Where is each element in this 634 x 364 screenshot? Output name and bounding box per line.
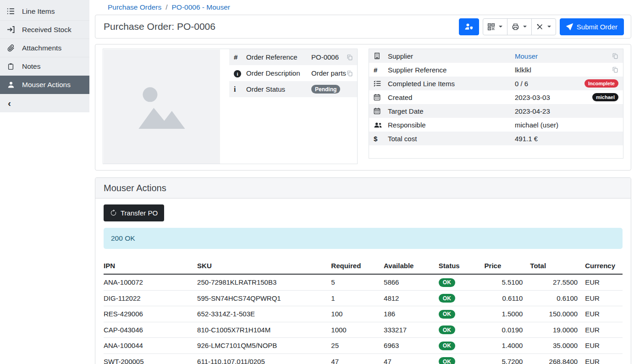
currency-cell: EUR bbox=[585, 306, 623, 322]
detail-row-supplier-reference: # Supplier Reference lklklkl bbox=[369, 63, 623, 77]
sku-cell: 926-LMC7101QM5/NOPB bbox=[197, 338, 331, 354]
building-icon bbox=[374, 52, 388, 60]
image-placeholder-icon bbox=[132, 77, 191, 136]
detail-label: Target Date bbox=[388, 107, 515, 115]
copy-icon[interactable] bbox=[612, 66, 618, 73]
detail-label: Supplier Reference bbox=[388, 66, 515, 74]
sign-in-icon bbox=[6, 26, 15, 33]
breadcrumb: Purchase Orders / PO-0006 - Mouser bbox=[89, 0, 634, 15]
order-image-placeholder[interactable] bbox=[104, 50, 220, 164]
order-actions-button[interactable] bbox=[531, 18, 556, 35]
submit-order-button[interactable]: Submit Order bbox=[560, 18, 624, 35]
order-status-badge: Pending bbox=[311, 85, 340, 94]
user-badge: michael bbox=[592, 93, 618, 101]
available-cell: 5866 bbox=[384, 274, 439, 290]
currency-cell: EUR bbox=[585, 290, 623, 306]
status-ok-badge: OK bbox=[439, 342, 455, 350]
detail-label: Order Status bbox=[246, 85, 311, 93]
supplier-link[interactable]: Mouser bbox=[515, 52, 538, 60]
sidebar-item-label: Line Items bbox=[22, 7, 55, 16]
status-ok-badge: OK bbox=[439, 310, 455, 319]
total-cell: 150.0000 bbox=[530, 306, 585, 322]
clipboard-icon bbox=[6, 63, 15, 70]
ipn-cell: ANA-100072 bbox=[104, 274, 197, 290]
sidebar-item-mouser-actions[interactable]: Mouser Actions bbox=[0, 76, 89, 94]
sidebar-item-attachments[interactable]: Attachments bbox=[0, 39, 89, 57]
transfer-po-label: Transfer PO bbox=[121, 209, 158, 217]
col-header-ipn: IPN bbox=[104, 259, 197, 274]
currency-cell: EUR bbox=[585, 338, 623, 354]
price-cell: 0.0190 bbox=[485, 322, 530, 338]
sidebar-item-received-stock[interactable]: Received Stock bbox=[0, 21, 89, 39]
supplier-detail-table: Supplier Mouser # Supplier Reference lkl… bbox=[369, 49, 623, 159]
detail-row-order-description: i Order Description Order parts bbox=[229, 65, 357, 81]
transfer-po-button[interactable]: Transfer PO bbox=[104, 204, 164, 221]
sku-cell: 250-72981KLRATR150B3 bbox=[197, 274, 331, 290]
paper-plane-icon bbox=[566, 23, 573, 30]
ipn-cell: DIG-112022 bbox=[104, 290, 197, 306]
total-cell: 27.5500 bbox=[530, 274, 585, 290]
line-item-row: SWT-200005 611-110.107.011/0205 47 47 OK… bbox=[104, 353, 623, 364]
calendar-icon bbox=[374, 94, 388, 101]
col-header-sku: SKU bbox=[197, 259, 331, 274]
col-header-total: Total bbox=[530, 259, 585, 274]
breadcrumb-link-purchase-orders[interactable]: Purchase Orders bbox=[108, 3, 161, 11]
list-icon bbox=[6, 7, 15, 15]
detail-value: 2023-03-03 bbox=[515, 94, 592, 101]
copy-icon[interactable] bbox=[612, 53, 618, 59]
print-actions-button[interactable] bbox=[507, 18, 532, 35]
available-cell: 6963 bbox=[384, 338, 439, 354]
user-admin-button[interactable] bbox=[459, 18, 479, 35]
currency-cell: EUR bbox=[585, 274, 623, 290]
header-button-group bbox=[483, 18, 556, 35]
col-header-currency: Currency bbox=[585, 259, 623, 274]
sidebar-collapse-button[interactable]: ‹ bbox=[0, 94, 89, 112]
detail-value: michael (user) bbox=[515, 121, 618, 129]
order-details-panel: # Order Reference PO-0006 i Order Descri… bbox=[95, 44, 631, 171]
sidebar-item-label: Notes bbox=[22, 62, 41, 71]
refresh-icon bbox=[110, 210, 117, 216]
total-cell: 0.6100 bbox=[530, 290, 585, 306]
info-circle-icon: i bbox=[234, 70, 241, 77]
detail-label: Order Reference bbox=[246, 53, 311, 61]
detail-value: lklklkl bbox=[515, 66, 612, 74]
price-cell: 1.4000 bbox=[485, 338, 530, 354]
list-check-icon bbox=[374, 80, 388, 87]
detail-label: Supplier bbox=[388, 52, 515, 60]
detail-row-total-cost: $ Total cost 491.1 € bbox=[369, 132, 623, 145]
users-icon bbox=[374, 121, 388, 128]
detail-row-order-reference: # Order Reference PO-0006 bbox=[229, 49, 357, 65]
detail-value: Order parts bbox=[311, 69, 347, 77]
page-header-panel: Purchase Order: PO-0006 bbox=[95, 15, 631, 39]
col-header-available: Available bbox=[384, 259, 439, 274]
sidebar: Line Items Received Stock Attachments No… bbox=[0, 0, 89, 112]
sidebar-item-label: Mouser Actions bbox=[22, 81, 71, 89]
detail-row-supplier: Supplier Mouser bbox=[369, 49, 623, 63]
copy-icon[interactable] bbox=[347, 54, 353, 61]
detail-label: Total cost bbox=[388, 135, 515, 143]
breadcrumb-link-current-order[interactable]: PO-0006 - Mouser bbox=[171, 3, 230, 11]
alert-message: 200 OK bbox=[104, 228, 623, 249]
line-items-body: ANA-100072 250-72981KLRATR150B3 5 5866 O… bbox=[104, 274, 623, 364]
available-cell: 186 bbox=[384, 306, 439, 322]
ipn-cell: ANA-100044 bbox=[104, 338, 197, 354]
detail-value: 491.1 € bbox=[515, 135, 618, 143]
table-header-row: IPN SKU Required Available Status Price … bbox=[104, 259, 623, 274]
breadcrumb-separator: / bbox=[165, 3, 167, 11]
user-icon bbox=[6, 81, 15, 88]
required-cell: 1 bbox=[331, 290, 384, 306]
barcode-actions-button[interactable] bbox=[483, 18, 507, 35]
price-cell: 0.6110 bbox=[485, 290, 530, 306]
calendar-icon bbox=[374, 107, 388, 115]
order-summary-box: # Order Reference PO-0006 i Order Descri… bbox=[103, 49, 358, 164]
total-cell: 268.8400 bbox=[530, 353, 585, 364]
mouser-actions-panel: Mouser Actions Transfer PO 200 OK bbox=[95, 177, 631, 364]
paperclip-icon bbox=[6, 44, 15, 52]
sidebar-item-notes[interactable]: Notes bbox=[0, 57, 89, 76]
header-actions: Submit Order bbox=[459, 18, 624, 35]
status-ok-badge: OK bbox=[439, 278, 455, 287]
copy-icon[interactable] bbox=[347, 70, 353, 77]
sidebar-item-line-items[interactable]: Line Items bbox=[0, 2, 89, 21]
detail-row-target-date: Target Date 2023-04-23 bbox=[369, 104, 623, 118]
line-item-row: CAP-043046 810-C1005X7R1H104M 1000 33321… bbox=[104, 322, 623, 338]
